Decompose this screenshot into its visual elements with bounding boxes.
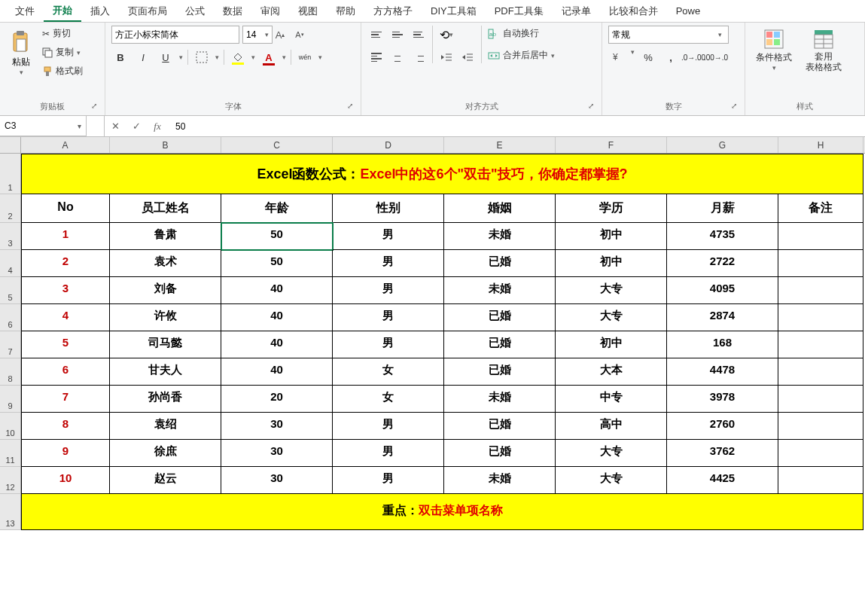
- menu-item-10[interactable]: DIY工具箱: [422, 2, 486, 21]
- font-name-select[interactable]: [111, 26, 239, 44]
- paste-button[interactable]: 粘贴 ▾: [6, 26, 36, 79]
- data-cell[interactable]: 已婚: [444, 440, 556, 467]
- data-cell[interactable]: 50: [221, 223, 333, 250]
- data-cell[interactable]: 已婚: [444, 304, 556, 331]
- number-format-select[interactable]: [608, 26, 729, 44]
- conditional-format-button[interactable]: 条件格式 ▾: [751, 26, 796, 73]
- data-cell[interactable]: 50: [221, 250, 333, 277]
- data-cell[interactable]: [778, 277, 863, 304]
- font-color-button[interactable]: A: [260, 48, 278, 66]
- data-cell[interactable]: 4425: [667, 467, 778, 494]
- menu-item-13[interactable]: 比较和合并: [600, 2, 667, 21]
- column-header-C[interactable]: C: [221, 137, 333, 153]
- row-header-3[interactable]: 3: [0, 223, 21, 250]
- data-cell[interactable]: 3762: [667, 440, 778, 467]
- border-button[interactable]: [193, 48, 211, 66]
- data-cell[interactable]: 5: [21, 331, 110, 358]
- data-cell[interactable]: 未婚: [444, 467, 556, 494]
- dialog-launcher-font[interactable]: ⤢: [347, 102, 358, 112]
- percent-button[interactable]: %: [639, 48, 657, 66]
- menu-item-11[interactable]: PDF工具集: [486, 2, 553, 21]
- dialog-launcher-alignment[interactable]: ⤢: [588, 102, 598, 112]
- underline-button[interactable]: U: [157, 48, 175, 66]
- wrap-text-button[interactable]: ab 自动换行: [486, 26, 556, 41]
- data-cell[interactable]: 孙尚香: [110, 386, 221, 413]
- data-cell[interactable]: 已婚: [444, 331, 556, 358]
- row-header-4[interactable]: 4: [0, 250, 21, 277]
- comma-button[interactable]: ,: [662, 48, 680, 66]
- data-cell[interactable]: 大专: [556, 304, 667, 331]
- data-cell[interactable]: 9: [21, 440, 110, 467]
- italic-button[interactable]: I: [134, 48, 152, 66]
- formula-input[interactable]: [168, 116, 865, 136]
- data-cell[interactable]: 8: [21, 413, 110, 440]
- menu-item-5[interactable]: 数据: [214, 2, 251, 21]
- data-cell[interactable]: 7: [21, 386, 110, 413]
- data-cell[interactable]: 20: [221, 386, 333, 413]
- copy-button[interactable]: 复制 ▾: [41, 44, 84, 60]
- column-header-B[interactable]: B: [110, 137, 221, 153]
- data-cell[interactable]: 未婚: [444, 277, 556, 304]
- data-cell[interactable]: 男: [333, 277, 444, 304]
- data-cell[interactable]: [778, 331, 863, 358]
- menu-item-4[interactable]: 公式: [176, 2, 214, 21]
- data-cell[interactable]: 4: [21, 304, 110, 331]
- data-cell[interactable]: 30: [221, 440, 333, 467]
- menu-item-12[interactable]: 记录单: [553, 2, 600, 21]
- data-cell[interactable]: 袁绍: [110, 413, 221, 440]
- header-cell[interactable]: 婚姻: [444, 194, 556, 223]
- header-cell[interactable]: 性别: [333, 194, 444, 223]
- data-cell[interactable]: 2874: [667, 304, 778, 331]
- menu-item-2[interactable]: 插入: [81, 2, 119, 21]
- column-header-A[interactable]: A: [21, 137, 110, 153]
- data-cell[interactable]: 男: [333, 250, 444, 277]
- data-cell[interactable]: 40: [221, 358, 333, 386]
- data-cell[interactable]: 30: [221, 467, 333, 494]
- data-cell[interactable]: 6: [21, 358, 110, 386]
- data-cell[interactable]: 男: [333, 467, 444, 494]
- header-cell[interactable]: 备注: [778, 194, 863, 223]
- align-center-button[interactable]: [388, 48, 407, 66]
- data-cell[interactable]: 3: [21, 277, 110, 304]
- currency-button[interactable]: ¥: [608, 48, 626, 66]
- header-cell[interactable]: 员工姓名: [110, 194, 221, 223]
- data-cell[interactable]: 已婚: [444, 250, 556, 277]
- title-cell[interactable]: Excel函数公式：Excel中的这6个"双击"技巧，你确定都掌握?: [21, 154, 863, 194]
- footer-cell[interactable]: 重点：双击菜单项名称: [21, 494, 863, 530]
- data-cell[interactable]: 男: [333, 304, 444, 331]
- data-cell[interactable]: 3978: [667, 386, 778, 413]
- data-cell[interactable]: 司马懿: [110, 331, 221, 358]
- data-cell[interactable]: 40: [221, 331, 333, 358]
- row-header-7[interactable]: 7: [0, 331, 21, 358]
- data-cell[interactable]: [778, 223, 863, 250]
- cancel-formula-button[interactable]: ✕: [105, 116, 126, 136]
- column-header-D[interactable]: D: [333, 137, 444, 153]
- data-cell[interactable]: 4478: [667, 358, 778, 386]
- insert-function-button[interactable]: fx: [147, 116, 168, 136]
- data-cell[interactable]: 大专: [556, 277, 667, 304]
- data-cell[interactable]: 男: [333, 413, 444, 440]
- dialog-launcher-clipboard[interactable]: ⤢: [91, 102, 102, 112]
- data-cell[interactable]: 男: [333, 223, 444, 250]
- row-header-11[interactable]: 11: [0, 440, 21, 467]
- row-header-13[interactable]: 13: [0, 494, 21, 530]
- data-cell[interactable]: 2722: [667, 250, 778, 277]
- data-cell[interactable]: 刘备: [110, 277, 221, 304]
- align-top-button[interactable]: [367, 26, 385, 44]
- data-cell[interactable]: 10: [21, 467, 110, 494]
- phonetic-button[interactable]: wén: [296, 48, 314, 66]
- data-cell[interactable]: 大专: [556, 467, 667, 494]
- data-cell[interactable]: 1: [21, 223, 110, 250]
- data-cell[interactable]: 大本: [556, 358, 667, 386]
- data-cell[interactable]: [778, 386, 863, 413]
- data-cell[interactable]: 4735: [667, 223, 778, 250]
- data-cell[interactable]: [778, 358, 863, 386]
- data-cell[interactable]: 袁术: [110, 250, 221, 277]
- menu-item-3[interactable]: 页面布局: [119, 2, 176, 21]
- data-cell[interactable]: 40: [221, 304, 333, 331]
- data-cell[interactable]: 初中: [556, 250, 667, 277]
- data-cell[interactable]: 高中: [556, 413, 667, 440]
- column-header-G[interactable]: G: [667, 137, 778, 153]
- data-cell[interactable]: 男: [333, 331, 444, 358]
- data-cell[interactable]: 中专: [556, 386, 667, 413]
